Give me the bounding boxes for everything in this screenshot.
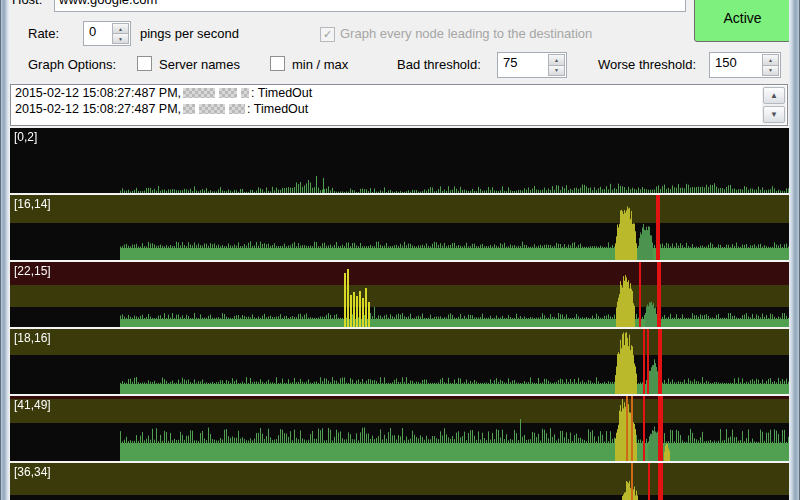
ping-graph-canvas xyxy=(10,128,790,193)
log-timestamp: 2015-02-12 15:08:27:487 PM, xyxy=(15,86,181,100)
rate-stepper[interactable]: 0 ▲ ▼ xyxy=(83,21,131,46)
rate-label: Rate: xyxy=(28,26,59,41)
graph-every-node-label: Graph every node leading to the destinat… xyxy=(340,26,592,41)
strip-label: [41,49] xyxy=(14,398,51,412)
strip-label: [22,15] xyxy=(14,264,51,278)
rate-up-icon[interactable]: ▲ xyxy=(112,23,129,33)
bad-threshold-up-icon[interactable]: ▲ xyxy=(548,54,565,65)
ping-graph-canvas xyxy=(10,396,790,461)
worse-threshold-value: 150 xyxy=(710,53,761,77)
graph-panel: [0,2] [16,14] [22,15] [18,16] [41,49] [3… xyxy=(10,126,789,500)
graph-strip-hop1: [0,2] xyxy=(10,128,790,193)
log-status: : TimedOut xyxy=(247,102,308,116)
bad-threshold-stepper[interactable]: 75 ▲ ▼ xyxy=(497,52,567,78)
log-line: 2015-02-12 15:08:27:487 PM,: TimedOut xyxy=(11,85,787,101)
rate-suffix-label: pings per second xyxy=(140,26,239,41)
host-input[interactable] xyxy=(54,0,686,12)
graph-strip-hop4: [18,16] xyxy=(10,329,790,394)
strip-label: [16,14] xyxy=(14,197,51,211)
strip-label: [0,2] xyxy=(14,130,37,144)
graph-every-node-checkbox[interactable]: ✓ xyxy=(320,27,335,42)
graph-strip-hop2: [16,14] xyxy=(10,195,790,260)
ping-graph-canvas xyxy=(10,329,790,394)
scroll-up-icon[interactable]: ▲ xyxy=(763,87,785,104)
server-names-label: Server names xyxy=(159,57,240,72)
host-label: Host: xyxy=(12,0,42,8)
min-max-checkbox[interactable] xyxy=(270,56,285,71)
redacted-host xyxy=(229,104,245,114)
redacted-host xyxy=(199,104,225,114)
strip-label: [36,34] xyxy=(14,465,51,479)
bad-threshold-label: Bad threshold: xyxy=(397,57,481,72)
graph-options-label: Graph Options: xyxy=(28,57,116,72)
log-timestamp: 2015-02-12 15:08:27:487 PM, xyxy=(15,102,181,116)
window-border-right xyxy=(789,0,800,500)
ping-graph-canvas xyxy=(10,262,790,327)
redacted-host xyxy=(183,104,195,114)
ping-log-list[interactable]: 2015-02-12 15:08:27:487 PM,: TimedOut 20… xyxy=(10,84,788,126)
window-border-left xyxy=(0,0,9,500)
log-scrollbar[interactable]: ▲ ▼ xyxy=(762,86,786,124)
graph-strip-hop3: [22,15] xyxy=(10,262,790,327)
log-status: : TimedOut xyxy=(251,86,312,100)
worse-threshold-up-icon[interactable]: ▲ xyxy=(762,54,779,65)
scroll-down-icon[interactable]: ▼ xyxy=(763,106,785,123)
app-window: Host: Active Rate: 0 ▲ ▼ pings per secon… xyxy=(0,0,800,500)
log-line: 2015-02-12 15:08:27:487 PM,: TimedOut xyxy=(11,101,787,117)
worse-threshold-stepper[interactable]: 150 ▲ ▼ xyxy=(709,52,781,78)
graph-strip-hop6: [36,34] xyxy=(10,463,790,500)
min-max-label: min / max xyxy=(292,57,348,72)
strip-label: [18,16] xyxy=(14,331,51,345)
bad-threshold-down-icon[interactable]: ▼ xyxy=(548,65,565,77)
rate-down-icon[interactable]: ▼ xyxy=(112,33,129,44)
bad-threshold-value: 75 xyxy=(498,53,547,77)
redacted-host xyxy=(183,88,215,98)
redacted-host xyxy=(241,88,249,98)
graph-strip-hop5: [41,49] xyxy=(10,396,790,461)
redacted-host xyxy=(219,88,237,98)
worse-threshold-label: Worse threshold: xyxy=(598,57,696,72)
server-names-checkbox[interactable] xyxy=(137,56,152,71)
rate-value: 0 xyxy=(84,22,111,45)
ping-graph-canvas xyxy=(10,463,790,500)
worse-threshold-down-icon[interactable]: ▼ xyxy=(762,65,779,77)
active-button[interactable]: Active xyxy=(694,0,791,42)
ping-graph-canvas xyxy=(10,195,790,260)
